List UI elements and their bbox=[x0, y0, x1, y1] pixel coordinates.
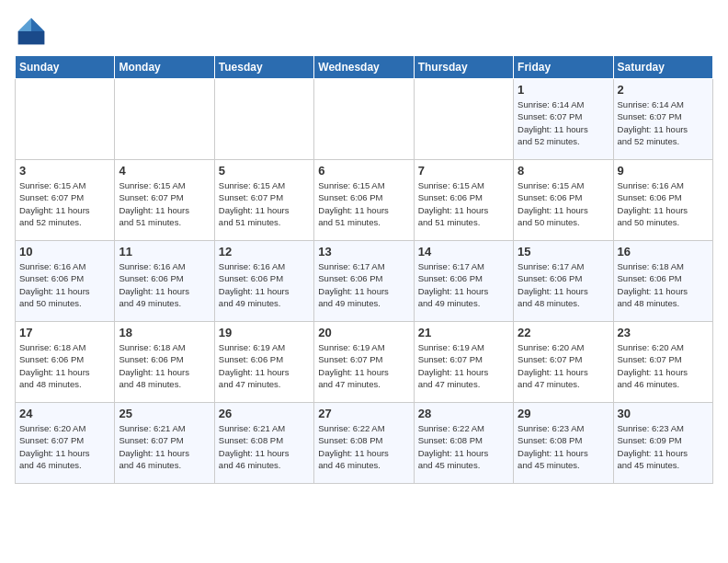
weekday-header: Saturday bbox=[613, 56, 712, 79]
logo bbox=[15, 15, 51, 48]
weekday-header: Thursday bbox=[414, 56, 513, 79]
day-number: 30 bbox=[618, 407, 709, 420]
calendar-week-row: 1Sunrise: 6:14 AM Sunset: 6:07 PM Daylig… bbox=[16, 79, 713, 160]
day-info: Sunrise: 6:15 AM Sunset: 6:06 PM Dayligh… bbox=[318, 179, 409, 228]
calendar-cell: 2Sunrise: 6:14 AM Sunset: 6:07 PM Daylig… bbox=[613, 79, 712, 160]
day-number: 24 bbox=[19, 407, 110, 420]
calendar-cell: 13Sunrise: 6:17 AM Sunset: 6:06 PM Dayli… bbox=[314, 241, 414, 322]
calendar-cell: 8Sunrise: 6:15 AM Sunset: 6:06 PM Daylig… bbox=[514, 160, 613, 241]
day-number: 29 bbox=[518, 407, 609, 420]
calendar-week-row: 17Sunrise: 6:18 AM Sunset: 6:06 PM Dayli… bbox=[16, 322, 713, 403]
day-info: Sunrise: 6:18 AM Sunset: 6:06 PM Dayligh… bbox=[618, 260, 709, 309]
calendar-cell: 7Sunrise: 6:15 AM Sunset: 6:06 PM Daylig… bbox=[414, 160, 513, 241]
calendar-cell: 5Sunrise: 6:15 AM Sunset: 6:07 PM Daylig… bbox=[214, 160, 313, 241]
calendar-cell: 11Sunrise: 6:16 AM Sunset: 6:06 PM Dayli… bbox=[115, 241, 214, 322]
weekday-header: Friday bbox=[514, 56, 613, 79]
calendar-cell bbox=[16, 79, 115, 160]
day-number: 8 bbox=[518, 164, 609, 178]
day-info: Sunrise: 6:15 AM Sunset: 6:06 PM Dayligh… bbox=[518, 179, 609, 228]
day-info: Sunrise: 6:17 AM Sunset: 6:06 PM Dayligh… bbox=[518, 260, 609, 309]
day-info: Sunrise: 6:22 AM Sunset: 6:08 PM Dayligh… bbox=[418, 422, 509, 471]
calendar-cell: 9Sunrise: 6:16 AM Sunset: 6:06 PM Daylig… bbox=[613, 160, 712, 241]
calendar-cell bbox=[414, 79, 513, 160]
calendar-cell: 23Sunrise: 6:20 AM Sunset: 6:07 PM Dayli… bbox=[613, 322, 712, 403]
calendar-cell: 15Sunrise: 6:17 AM Sunset: 6:06 PM Dayli… bbox=[514, 241, 613, 322]
day-number: 4 bbox=[119, 164, 210, 178]
calendar-cell: 29Sunrise: 6:23 AM Sunset: 6:08 PM Dayli… bbox=[514, 403, 613, 484]
day-info: Sunrise: 6:14 AM Sunset: 6:07 PM Dayligh… bbox=[618, 98, 709, 147]
calendar-cell: 17Sunrise: 6:18 AM Sunset: 6:06 PM Dayli… bbox=[16, 322, 115, 403]
day-info: Sunrise: 6:20 AM Sunset: 6:07 PM Dayligh… bbox=[618, 341, 709, 390]
day-info: Sunrise: 6:20 AM Sunset: 6:07 PM Dayligh… bbox=[19, 422, 110, 471]
day-number: 6 bbox=[318, 164, 409, 178]
day-number: 23 bbox=[618, 326, 709, 339]
day-info: Sunrise: 6:17 AM Sunset: 6:06 PM Dayligh… bbox=[318, 260, 409, 309]
day-info: Sunrise: 6:15 AM Sunset: 6:07 PM Dayligh… bbox=[219, 179, 310, 228]
day-info: Sunrise: 6:20 AM Sunset: 6:07 PM Dayligh… bbox=[518, 341, 609, 390]
weekday-header: Wednesday bbox=[314, 56, 414, 79]
calendar-cell: 30Sunrise: 6:23 AM Sunset: 6:09 PM Dayli… bbox=[613, 403, 712, 484]
day-info: Sunrise: 6:15 AM Sunset: 6:06 PM Dayligh… bbox=[418, 179, 509, 228]
calendar-table: SundayMondayTuesdayWednesdayThursdayFrid… bbox=[15, 55, 713, 484]
calendar-cell: 14Sunrise: 6:17 AM Sunset: 6:06 PM Dayli… bbox=[414, 241, 513, 322]
day-number: 26 bbox=[219, 407, 310, 420]
day-number: 17 bbox=[19, 326, 110, 339]
day-info: Sunrise: 6:16 AM Sunset: 6:06 PM Dayligh… bbox=[219, 260, 310, 309]
day-info: Sunrise: 6:18 AM Sunset: 6:06 PM Dayligh… bbox=[119, 341, 210, 390]
day-number: 9 bbox=[618, 164, 709, 178]
calendar-cell: 26Sunrise: 6:21 AM Sunset: 6:08 PM Dayli… bbox=[214, 403, 313, 484]
calendar-week-row: 3Sunrise: 6:15 AM Sunset: 6:07 PM Daylig… bbox=[16, 160, 713, 241]
calendar-cell: 16Sunrise: 6:18 AM Sunset: 6:06 PM Dayli… bbox=[613, 241, 712, 322]
weekday-header: Monday bbox=[115, 56, 214, 79]
weekday-header: Sunday bbox=[16, 56, 115, 79]
day-number: 19 bbox=[219, 326, 310, 339]
day-info: Sunrise: 6:21 AM Sunset: 6:07 PM Dayligh… bbox=[119, 422, 210, 471]
calendar-cell: 19Sunrise: 6:19 AM Sunset: 6:06 PM Dayli… bbox=[214, 322, 313, 403]
day-number: 20 bbox=[318, 326, 409, 339]
calendar-week-row: 10Sunrise: 6:16 AM Sunset: 6:06 PM Dayli… bbox=[16, 241, 713, 322]
day-number: 3 bbox=[19, 164, 110, 178]
day-info: Sunrise: 6:19 AM Sunset: 6:07 PM Dayligh… bbox=[318, 341, 409, 390]
day-info: Sunrise: 6:14 AM Sunset: 6:07 PM Dayligh… bbox=[518, 98, 609, 147]
day-number: 18 bbox=[119, 326, 210, 339]
day-info: Sunrise: 6:23 AM Sunset: 6:09 PM Dayligh… bbox=[618, 422, 709, 471]
calendar-cell: 21Sunrise: 6:19 AM Sunset: 6:07 PM Dayli… bbox=[414, 322, 513, 403]
page-header bbox=[15, 15, 713, 48]
day-number: 25 bbox=[119, 407, 210, 420]
calendar-cell: 4Sunrise: 6:15 AM Sunset: 6:07 PM Daylig… bbox=[115, 160, 214, 241]
calendar-cell: 6Sunrise: 6:15 AM Sunset: 6:06 PM Daylig… bbox=[314, 160, 414, 241]
day-number: 1 bbox=[518, 83, 609, 97]
day-info: Sunrise: 6:16 AM Sunset: 6:06 PM Dayligh… bbox=[618, 179, 709, 228]
day-number: 2 bbox=[618, 83, 709, 97]
day-info: Sunrise: 6:15 AM Sunset: 6:07 PM Dayligh… bbox=[19, 179, 110, 228]
day-info: Sunrise: 6:17 AM Sunset: 6:06 PM Dayligh… bbox=[418, 260, 509, 309]
day-info: Sunrise: 6:22 AM Sunset: 6:08 PM Dayligh… bbox=[318, 422, 409, 471]
day-info: Sunrise: 6:19 AM Sunset: 6:07 PM Dayligh… bbox=[418, 341, 509, 390]
weekday-header-row: SundayMondayTuesdayWednesdayThursdayFrid… bbox=[16, 56, 713, 79]
day-info: Sunrise: 6:16 AM Sunset: 6:06 PM Dayligh… bbox=[119, 260, 210, 309]
calendar-cell: 24Sunrise: 6:20 AM Sunset: 6:07 PM Dayli… bbox=[16, 403, 115, 484]
svg-rect-3 bbox=[18, 31, 45, 44]
day-info: Sunrise: 6:19 AM Sunset: 6:06 PM Dayligh… bbox=[219, 341, 310, 390]
calendar-cell: 25Sunrise: 6:21 AM Sunset: 6:07 PM Dayli… bbox=[115, 403, 214, 484]
day-number: 27 bbox=[318, 407, 409, 420]
day-number: 12 bbox=[219, 245, 310, 259]
calendar-cell: 27Sunrise: 6:22 AM Sunset: 6:08 PM Dayli… bbox=[314, 403, 414, 484]
calendar-cell: 12Sunrise: 6:16 AM Sunset: 6:06 PM Dayli… bbox=[214, 241, 313, 322]
calendar-cell: 1Sunrise: 6:14 AM Sunset: 6:07 PM Daylig… bbox=[514, 79, 613, 160]
calendar-cell: 18Sunrise: 6:18 AM Sunset: 6:06 PM Dayli… bbox=[115, 322, 214, 403]
day-number: 5 bbox=[219, 164, 310, 178]
day-info: Sunrise: 6:21 AM Sunset: 6:08 PM Dayligh… bbox=[219, 422, 310, 471]
day-number: 14 bbox=[418, 245, 509, 259]
calendar-cell: 3Sunrise: 6:15 AM Sunset: 6:07 PM Daylig… bbox=[16, 160, 115, 241]
day-number: 13 bbox=[318, 245, 409, 259]
calendar-week-row: 24Sunrise: 6:20 AM Sunset: 6:07 PM Dayli… bbox=[16, 403, 713, 484]
day-number: 22 bbox=[518, 326, 609, 339]
calendar-cell bbox=[214, 79, 313, 160]
day-info: Sunrise: 6:15 AM Sunset: 6:07 PM Dayligh… bbox=[119, 179, 210, 228]
day-number: 21 bbox=[418, 326, 509, 339]
calendar-cell: 28Sunrise: 6:22 AM Sunset: 6:08 PM Dayli… bbox=[414, 403, 513, 484]
calendar-cell: 22Sunrise: 6:20 AM Sunset: 6:07 PM Dayli… bbox=[514, 322, 613, 403]
logo-icon bbox=[15, 15, 48, 48]
calendar-cell: 10Sunrise: 6:16 AM Sunset: 6:06 PM Dayli… bbox=[16, 241, 115, 322]
